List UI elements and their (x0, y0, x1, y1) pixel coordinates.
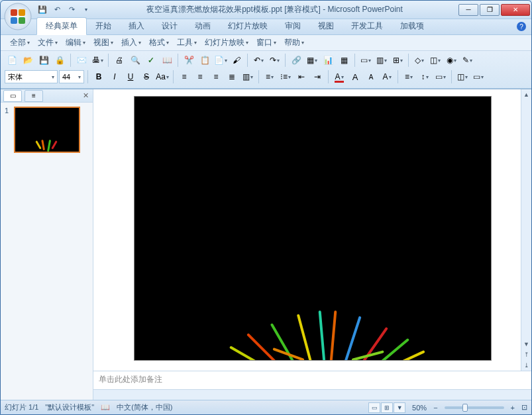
notes-pane[interactable]: 单击此处添加备注 (93, 371, 531, 389)
menu-view[interactable]: 视图▾ (89, 36, 117, 50)
zoom-in-button[interactable]: + (511, 404, 515, 412)
save-icon[interactable]: 💾 (36, 4, 48, 16)
quickprint-icon[interactable]: 🖶▾ (90, 53, 105, 68)
shapes-icon[interactable]: ◇▾ (412, 53, 427, 68)
zoom-slider[interactable] (445, 406, 504, 409)
menu-file[interactable]: 文件▾ (34, 36, 62, 50)
scroll-track[interactable] (521, 100, 531, 339)
close-button[interactable]: ✕ (501, 4, 530, 16)
align-center-button[interactable]: ≡ (193, 69, 207, 84)
spellcheck-status-icon[interactable]: 📖 (101, 403, 110, 412)
scroll-up-icon[interactable]: ▲ (521, 89, 531, 100)
background-button[interactable]: ▭▾ (433, 69, 448, 84)
spelling-icon[interactable]: ✓ (144, 53, 158, 68)
prev-slide-icon[interactable]: ⤒ (521, 349, 531, 360)
hyperlink-icon[interactable]: 🔗 (289, 53, 303, 68)
print-preview-icon[interactable]: 🔍 (128, 53, 142, 68)
columns-button[interactable]: ▥▾ (240, 69, 255, 84)
format-painter-icon[interactable]: 🖌 (229, 53, 244, 68)
tab-review[interactable]: 审阅 (276, 18, 309, 34)
change-case-button[interactable]: Aa▾ (155, 69, 170, 84)
text-direction-button[interactable]: ↕▾ (417, 69, 432, 84)
align-left-button[interactable]: ≡ (177, 69, 191, 84)
table-icon[interactable]: ▦▾ (305, 53, 319, 68)
research-icon[interactable]: 📖 (160, 53, 174, 68)
tab-design[interactable]: 设计 (153, 18, 186, 34)
vertical-scrollbar[interactable]: ▲ ▼ ⤒ ⤓ (521, 89, 531, 371)
new-icon[interactable]: 📄 (5, 53, 19, 68)
slide-design-button[interactable]: ◫▾ (455, 69, 470, 84)
menu-edit[interactable]: 编辑▾ (62, 36, 89, 50)
normal-view-button[interactable]: ▭ (368, 402, 380, 413)
text-box-icon[interactable]: ⊞▾ (390, 53, 405, 68)
menu-insert[interactable]: 插入▾ (117, 36, 145, 50)
panel-close-icon[interactable]: ✕ (83, 91, 89, 100)
outline-tab[interactable]: ≡ (25, 90, 43, 102)
bullets-button[interactable]: ⁝≡▾ (278, 69, 293, 84)
italic-button[interactable]: I (107, 69, 122, 84)
table-insert-icon[interactable]: ▦ (337, 53, 351, 68)
redo-icon[interactable]: ↷ (66, 4, 78, 16)
tab-classic-menu[interactable]: 经典菜单 (36, 17, 87, 35)
layout-icon[interactable]: ▥▾ (374, 53, 389, 68)
slide-thumbnail-1[interactable] (14, 107, 80, 153)
font-size-combo[interactable]: 44▾ (59, 70, 84, 83)
grow-font-button[interactable]: A (348, 69, 362, 84)
zoom-value[interactable]: 50% (412, 404, 427, 412)
cut-icon[interactable]: ✂️ (182, 53, 196, 68)
copy-icon[interactable]: 📋 (197, 53, 212, 68)
arrange-icon[interactable]: ◫▾ (428, 53, 443, 68)
tab-developer[interactable]: 开发工具 (343, 18, 392, 34)
slides-tab[interactable]: ▭ (3, 90, 22, 102)
font-name-combo[interactable]: 宋体▾ (5, 70, 58, 83)
menu-all[interactable]: 全部▾ (6, 36, 34, 50)
undo-icon[interactable]: ↶▾ (251, 53, 266, 68)
justify-button[interactable]: ≣ (225, 69, 239, 84)
decrease-indent-button[interactable]: ⇤ (294, 69, 309, 84)
numbering-button[interactable]: ≡▾ (262, 69, 277, 84)
email-icon[interactable]: ✉️ (74, 53, 89, 68)
horizontal-scrollbar[interactable] (93, 389, 531, 400)
save-icon[interactable]: 💾 (36, 53, 51, 68)
tab-view[interactable]: 视图 (309, 18, 343, 34)
menu-slideshow[interactable]: 幻灯片放映▾ (201, 36, 252, 50)
qat-dropdown-icon[interactable]: ▾ (80, 4, 92, 16)
undo-icon[interactable]: ↶ (51, 4, 63, 16)
increase-indent-button[interactable]: ⇥ (310, 69, 325, 84)
new-slide-button[interactable]: ▭▾ (471, 69, 486, 84)
permission-icon[interactable]: 🔒 (52, 53, 67, 68)
bold-button[interactable]: B (91, 69, 106, 84)
menu-format[interactable]: 格式▾ (145, 36, 173, 50)
zoom-slider-thumb[interactable] (462, 404, 468, 412)
text-effects-button[interactable]: A▾ (380, 69, 394, 84)
open-icon[interactable]: 📂 (21, 53, 35, 68)
strikethrough-button[interactable]: S (139, 69, 154, 84)
print-icon[interactable]: 🖨 (112, 53, 127, 68)
chart-icon[interactable]: 📊 (321, 53, 335, 68)
scroll-down-icon[interactable]: ▼ (521, 339, 531, 349)
redo-icon[interactable]: ↷▾ (267, 53, 282, 68)
help-icon[interactable]: ? (517, 22, 526, 31)
shrink-font-button[interactable]: A (364, 69, 378, 84)
quick-styles-icon[interactable]: ◉▾ (444, 53, 458, 68)
next-slide-icon[interactable]: ⤓ (521, 360, 531, 371)
font-color-button[interactable]: A▾ (332, 69, 346, 84)
paste-icon[interactable]: 📄▾ (213, 53, 228, 68)
slide-canvas[interactable] (134, 96, 492, 361)
menu-help[interactable]: 帮助▾ (280, 36, 308, 50)
menu-tools[interactable]: 工具▾ (173, 36, 201, 50)
slideshow-view-button[interactable]: ▼ (394, 402, 405, 413)
fit-to-window-button[interactable]: ⊡ (521, 403, 527, 412)
zoom-out-button[interactable]: − (433, 404, 437, 412)
minimize-button[interactable]: ─ (458, 4, 478, 16)
underline-button[interactable]: U (123, 69, 138, 84)
maximize-button[interactable]: ❐ (480, 4, 500, 16)
menu-window[interactable]: 窗口▾ (252, 36, 280, 50)
tab-animation[interactable]: 动画 (186, 18, 219, 34)
new-slide-icon[interactable]: ▭▾ (358, 53, 373, 68)
sorter-view-button[interactable]: ⊞ (381, 402, 393, 413)
tab-addins[interactable]: 加载项 (392, 18, 433, 34)
line-spacing-button[interactable]: ≡▾ (401, 69, 416, 84)
align-right-button[interactable]: ≡ (209, 69, 223, 84)
tab-insert[interactable]: 插入 (120, 18, 153, 34)
